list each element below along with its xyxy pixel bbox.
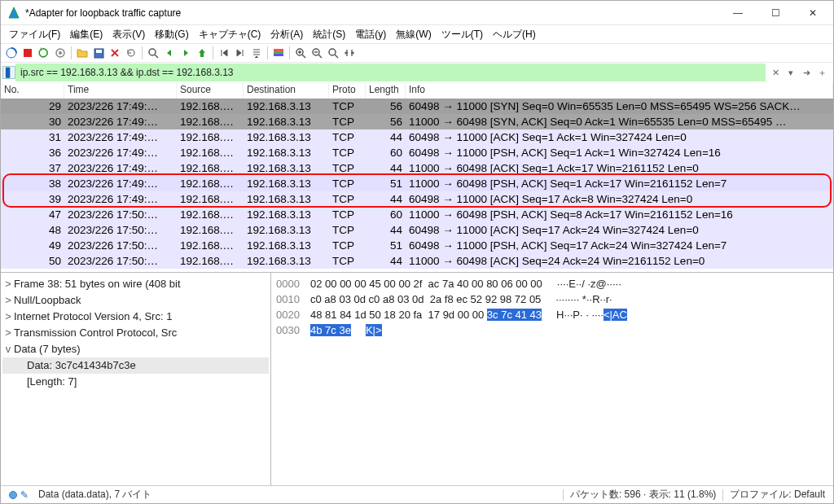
svg-point-2: [59, 51, 62, 55]
packet-row[interactable]: 482023/226 17:50:…192.168.…192.168.3.13T…: [1, 222, 833, 238]
status-indicator[interactable]: ✎: [4, 489, 33, 501]
zoom-out-icon[interactable]: [309, 46, 324, 60]
restart-capture-icon[interactable]: [37, 46, 51, 60]
tree-row[interactable]: >Transmission Control Protocol, Src: [2, 325, 269, 341]
menu-item[interactable]: 無線(W): [391, 26, 436, 43]
open-file-icon[interactable]: [75, 46, 90, 60]
window-controls: ― ☐ ✕: [719, 1, 832, 24]
svg-rect-7: [274, 51, 283, 54]
apply-filter-icon[interactable]: ➜: [800, 66, 813, 79]
colorize-icon[interactable]: [271, 46, 286, 60]
svg-rect-4: [96, 50, 102, 53]
hex-row[interactable]: 000002 00 00 00 45 00 00 2f ac 7a 40 00 …: [276, 276, 828, 291]
autoscroll-icon[interactable]: [249, 46, 264, 60]
app-icon: [7, 7, 20, 20]
packet-row[interactable]: 392023/226 17:49:…192.168.…192.168.3.13T…: [1, 191, 833, 207]
menu-item[interactable]: 電話(y): [350, 26, 391, 43]
toolbar: [1, 43, 833, 63]
display-filter-input[interactable]: [15, 64, 766, 81]
reload-icon[interactable]: [124, 46, 138, 60]
svg-rect-0: [24, 49, 32, 57]
status-packet-count: パケット数: 596 · 表示: 11 (1.8%): [565, 488, 721, 502]
status-bar: ✎ Data (data.data), 7 バイト パケット数: 596 · 表…: [1, 485, 833, 503]
packet-rows: 292023/226 17:49:…192.168.…192.168.3.13T…: [1, 99, 833, 269]
start-capture-icon[interactable]: [4, 46, 19, 60]
menu-bar: ファイル(F)編集(E)表示(V)移動(G)キャプチャ(C)分析(A)統計(S)…: [1, 25, 833, 43]
packet-bytes-pane[interactable]: 000002 00 00 00 45 00 00 2f ac 7a 40 00 …: [271, 273, 833, 485]
col-protocol[interactable]: Proto: [329, 82, 366, 99]
col-length[interactable]: Length: [366, 82, 406, 99]
packet-details-pane[interactable]: >Frame 38: 51 bytes on wire (408 bit>Nul…: [1, 273, 271, 485]
svg-point-11: [329, 49, 336, 55]
menu-item[interactable]: 統計(S): [308, 26, 350, 43]
menu-item[interactable]: 表示(V): [108, 26, 150, 43]
save-file-icon[interactable]: [91, 46, 106, 60]
go-last-icon[interactable]: [233, 46, 248, 60]
close-file-icon[interactable]: [108, 46, 122, 60]
menu-item[interactable]: ファイル(F): [4, 26, 65, 43]
col-time[interactable]: Time: [64, 82, 177, 99]
col-no[interactable]: No.: [1, 82, 64, 99]
jump-to-icon[interactable]: [195, 46, 209, 60]
titlebar: *Adapter for loopback traffic capture ― …: [1, 1, 833, 25]
menu-item[interactable]: 分析(A): [266, 26, 308, 43]
col-destination[interactable]: Destination: [244, 82, 329, 99]
stop-capture-icon[interactable]: [20, 46, 35, 60]
zoom-in-icon[interactable]: [293, 46, 308, 60]
window-title: *Adapter for loopback traffic capture: [25, 7, 719, 19]
close-button[interactable]: ✕: [794, 1, 832, 24]
packet-row[interactable]: 302023/226 17:49:…192.168.…192.168.3.13T…: [1, 114, 833, 129]
go-back-icon[interactable]: [162, 46, 177, 60]
tree-row[interactable]: Data: 3c7c41434b7c3e: [2, 357, 269, 374]
filter-history-icon[interactable]: ▾: [784, 66, 797, 79]
packet-list-header: No. Time Source Destination Proto Length…: [1, 82, 833, 99]
filter-bar: ▋ ✕ ▾ ➜ ＋: [1, 63, 833, 82]
zoom-reset-icon[interactable]: [326, 46, 340, 60]
packet-row[interactable]: 502023/226 17:50:…192.168.…192.168.3.13T…: [1, 253, 833, 269]
packet-list-pane[interactable]: No. Time Source Destination Proto Length…: [1, 82, 833, 273]
menu-item[interactable]: 編集(E): [65, 26, 108, 43]
maximize-button[interactable]: ☐: [757, 1, 794, 24]
status-profile[interactable]: プロファイル: Default: [725, 488, 830, 502]
packet-row[interactable]: 492023/226 17:50:…192.168.…192.168.3.13T…: [1, 238, 833, 253]
go-first-icon[interactable]: [217, 46, 231, 60]
hex-row[interactable]: 00304b 7c 3eK|>: [276, 322, 828, 338]
packet-row[interactable]: 382023/226 17:49:…192.168.…192.168.3.13T…: [1, 176, 833, 191]
go-forward-icon[interactable]: [178, 46, 193, 60]
packet-row[interactable]: 312023/226 17:49:…192.168.…192.168.3.13T…: [1, 129, 833, 145]
capture-options-icon[interactable]: [53, 46, 68, 60]
hex-row[interactable]: 002048 81 84 1d 50 18 20 fa 17 9d 00 00 …: [276, 307, 828, 322]
bookmark-filter-icon[interactable]: ▋: [2, 66, 15, 79]
status-field-info: Data (data.data), 7 バイト: [33, 488, 156, 502]
hex-row[interactable]: 0010c0 a8 03 0d c0 a8 03 0d 2a f8 ec 52 …: [276, 291, 828, 307]
packet-row[interactable]: 362023/226 17:49:…192.168.…192.168.3.13T…: [1, 145, 833, 160]
clear-filter-icon[interactable]: ✕: [769, 66, 782, 79]
packet-row[interactable]: 292023/226 17:49:…192.168.…192.168.3.13T…: [1, 99, 833, 114]
svg-point-5: [149, 49, 156, 55]
packet-row[interactable]: 472023/226 17:50:…192.168.…192.168.3.13T…: [1, 207, 833, 222]
detail-split: >Frame 38: 51 bytes on wire (408 bit>Nul…: [1, 273, 833, 485]
svg-rect-8: [274, 54, 283, 56]
minimize-button[interactable]: ―: [719, 1, 757, 24]
menu-item[interactable]: キャプチャ(C): [194, 26, 266, 43]
menu-item[interactable]: ヘルプ(H): [488, 26, 541, 43]
tree-row[interactable]: >Null/Loopback: [2, 292, 269, 309]
tree-row[interactable]: >Frame 38: 51 bytes on wire (408 bit: [2, 276, 269, 292]
resize-columns-icon[interactable]: [342, 46, 357, 60]
tree-row[interactable]: >Internet Protocol Version 4, Src: 1: [2, 309, 269, 325]
find-icon[interactable]: [146, 46, 160, 60]
menu-item[interactable]: ツール(T): [437, 26, 488, 43]
col-info[interactable]: Info: [406, 82, 833, 99]
svg-rect-6: [274, 49, 283, 51]
tree-row[interactable]: [Length: 7]: [2, 374, 269, 390]
add-filter-button[interactable]: ＋: [815, 66, 828, 79]
menu-item[interactable]: 移動(G): [150, 26, 193, 43]
packet-row[interactable]: 372023/226 17:49:…192.168.…192.168.3.13T…: [1, 160, 833, 176]
col-source[interactable]: Source: [177, 82, 244, 99]
tree-row[interactable]: vData (7 bytes): [2, 341, 269, 357]
